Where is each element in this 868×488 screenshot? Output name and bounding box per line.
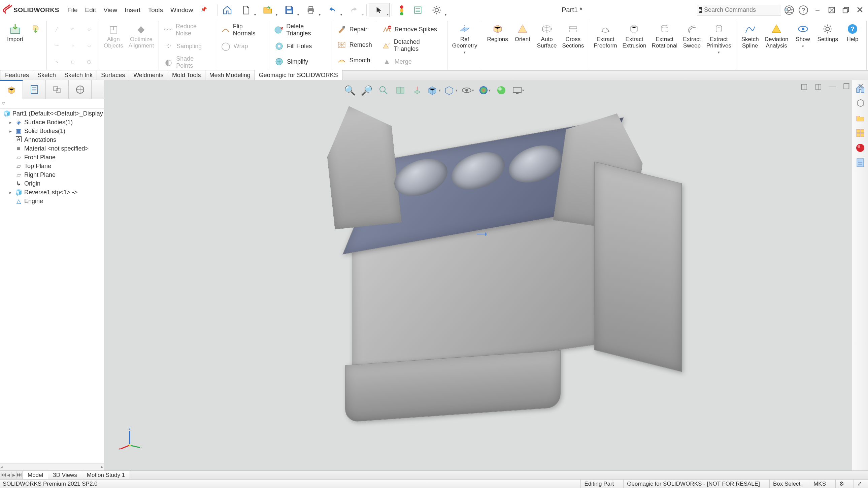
menu-file[interactable]: File bbox=[64, 4, 81, 16]
curve-tool[interactable]: ∿ bbox=[49, 54, 64, 69]
render-settings-icon[interactable]: ▾ bbox=[511, 83, 526, 98]
ref-geometry-button[interactable]: Ref Geometry▾ bbox=[450, 22, 480, 56]
tree-tab-feature[interactable] bbox=[0, 80, 23, 99]
tree-annotations[interactable]: 🄰Annotations bbox=[1, 135, 103, 144]
menu-edit[interactable]: Edit bbox=[82, 4, 100, 16]
tree-engine[interactable]: △Engine bbox=[1, 197, 103, 206]
menu-window[interactable]: Window bbox=[167, 4, 197, 16]
regions-button[interactable]: Regions bbox=[484, 22, 510, 44]
redo-button[interactable]: ▾ bbox=[343, 3, 364, 17]
search-commands[interactable]: ▶ 🔍 ▾ bbox=[697, 5, 781, 16]
cube-tool[interactable]: ▢ bbox=[65, 54, 81, 69]
status-units[interactable]: MKS bbox=[810, 480, 829, 488]
appearance-icon[interactable]: ▾ bbox=[477, 83, 492, 98]
extract-primitives-button[interactable]: Extract Primitives▾ bbox=[704, 22, 734, 56]
tab-geomagic[interactable]: Geomagic for SOLIDWORKS bbox=[254, 70, 342, 80]
settings-gear-button[interactable]: ▾ bbox=[426, 3, 447, 17]
tab-sketch-ink[interactable]: Sketch Ink bbox=[60, 70, 97, 80]
viewport[interactable]: ⟶ z y x bbox=[104, 80, 852, 470]
bottom-tab-3dviews[interactable]: 3D Views bbox=[48, 471, 82, 479]
print-button[interactable]: ▾ bbox=[300, 3, 321, 17]
poly-tool[interactable]: ◇ bbox=[81, 22, 97, 37]
tab-mold-tools[interactable]: Mold Tools bbox=[168, 70, 206, 80]
tree-filter-bar[interactable]: ▽ bbox=[0, 99, 104, 109]
zoom-fit-icon[interactable]: 🔍 bbox=[342, 83, 357, 98]
tree-origin[interactable]: ↳Origin bbox=[1, 179, 103, 188]
remove-spikes-button[interactable]: Remove Spikes bbox=[379, 22, 445, 37]
vp-minimize-icon[interactable]: — bbox=[826, 82, 838, 92]
show-button[interactable]: Show▾ bbox=[791, 22, 815, 50]
vp-close-icon[interactable]: ✕ bbox=[855, 82, 867, 92]
tab-mesh-modeling[interactable]: Mesh Modeling bbox=[205, 70, 255, 80]
optimize-alignment-button[interactable]: ◆Optimize Alignment bbox=[126, 22, 157, 50]
view-orientation-icon[interactable] bbox=[410, 83, 425, 98]
sampling-button[interactable]: ⁘Sampling bbox=[161, 38, 214, 54]
tree-right-plane[interactable]: ▱Right Plane bbox=[1, 171, 103, 179]
restore1-button[interactable] bbox=[826, 4, 838, 16]
side-view-palette-icon[interactable] bbox=[853, 126, 867, 140]
tree-material[interactable]: ≡Material <not specified> bbox=[1, 144, 103, 153]
zoom-area-icon[interactable]: 🔎 bbox=[359, 83, 374, 98]
side-library-icon[interactable] bbox=[853, 96, 867, 111]
tree-top-plane[interactable]: ▱Top Plane bbox=[1, 162, 103, 171]
cross-sections-button[interactable]: Cross Sections bbox=[559, 22, 587, 50]
tab-weldments[interactable]: Weldments bbox=[129, 70, 168, 80]
undo-button[interactable]: ▾ bbox=[322, 3, 343, 17]
tree-surface-bodies[interactable]: ▸◈Surface Bodies(1) bbox=[1, 118, 103, 127]
eye-show-icon[interactable]: ▾ bbox=[460, 83, 475, 98]
tab-sketch[interactable]: Sketch bbox=[33, 70, 60, 80]
import-button[interactable]: Import bbox=[3, 22, 27, 44]
deviation-analysis-button[interactable]: Deviation Analysis bbox=[762, 22, 791, 50]
reduce-noise-button[interactable]: 〰Reduce Noise bbox=[161, 22, 214, 38]
extract-rotational-button[interactable]: Extract Rotational bbox=[649, 22, 680, 50]
import-down-button[interactable] bbox=[27, 22, 44, 36]
user-icon[interactable] bbox=[783, 4, 795, 16]
help-icon[interactable]: ? bbox=[797, 4, 809, 16]
menu-pin[interactable]: 📌 bbox=[197, 4, 211, 16]
tree-solid-bodies[interactable]: ▸▣Solid Bodies(1) bbox=[1, 127, 103, 135]
restore2-button[interactable] bbox=[840, 4, 852, 16]
tree-front-plane[interactable]: ▱Front Plane bbox=[1, 153, 103, 162]
cylinder-tool[interactable]: ◯ bbox=[81, 54, 97, 69]
spline-tool[interactable]: 〰 bbox=[49, 38, 64, 53]
side-file-icon[interactable] bbox=[853, 111, 867, 125]
vp-maximize-icon[interactable]: ❐ bbox=[840, 82, 852, 92]
options-list-button[interactable] bbox=[410, 3, 426, 17]
line-tool[interactable]: ╱ bbox=[49, 22, 64, 37]
open-button[interactable]: ▾ bbox=[257, 3, 278, 17]
detached-triangles-button[interactable]: Detached Triangles bbox=[379, 37, 445, 54]
remesh-button[interactable]: Remesh bbox=[334, 37, 375, 53]
wrap-button[interactable]: ◯Wrap bbox=[218, 38, 267, 54]
close-button[interactable]: ✕ bbox=[854, 4, 866, 16]
select-button[interactable]: ▾ bbox=[369, 3, 390, 17]
simplify-button[interactable]: Simplify bbox=[271, 54, 330, 69]
tree-tab-config[interactable] bbox=[46, 80, 69, 99]
orient-button[interactable]: Orient bbox=[511, 22, 534, 44]
ribbon-help-button[interactable]: ?Help bbox=[841, 22, 864, 44]
display-style-icon[interactable]: ▾ bbox=[427, 83, 441, 98]
zoom-prev-icon[interactable] bbox=[376, 83, 391, 98]
scene-icon[interactable] bbox=[494, 83, 509, 98]
sketch-spline-button[interactable]: Sketch Spline bbox=[738, 22, 762, 50]
menu-insert[interactable]: Insert bbox=[121, 4, 144, 16]
menu-view[interactable]: View bbox=[100, 4, 121, 16]
minimize-button[interactable]: － bbox=[811, 4, 824, 16]
tab-features[interactable]: Features bbox=[1, 70, 33, 80]
side-custom-props-icon[interactable] bbox=[853, 156, 867, 170]
tree-tab-property[interactable] bbox=[23, 80, 46, 99]
delete-triangles-button[interactable]: Delete Triangles bbox=[271, 22, 330, 38]
fill-holes-button[interactable]: Fill Holes bbox=[271, 38, 330, 54]
auto-surface-button[interactable]: Auto Surface bbox=[534, 22, 560, 50]
hide-show-icon[interactable]: ▾ bbox=[443, 83, 458, 98]
circle-tool[interactable]: ○ bbox=[65, 38, 81, 53]
section-view-icon[interactable] bbox=[393, 83, 408, 98]
save-button[interactable]: ▾ bbox=[279, 3, 300, 17]
status-selection[interactable]: Box Select bbox=[769, 480, 804, 488]
menu-tools[interactable]: Tools bbox=[145, 4, 166, 16]
smooth-button[interactable]: Smooth bbox=[334, 53, 375, 68]
tab-surfaces[interactable]: Surfaces bbox=[97, 70, 129, 80]
tree-scrollbar[interactable]: ◂▸ bbox=[0, 463, 104, 470]
shade-points-button[interactable]: ◐Shade Points bbox=[161, 54, 214, 71]
bottom-tab-motion[interactable]: Motion Study 1 bbox=[82, 471, 130, 479]
search-input[interactable] bbox=[704, 6, 782, 13]
